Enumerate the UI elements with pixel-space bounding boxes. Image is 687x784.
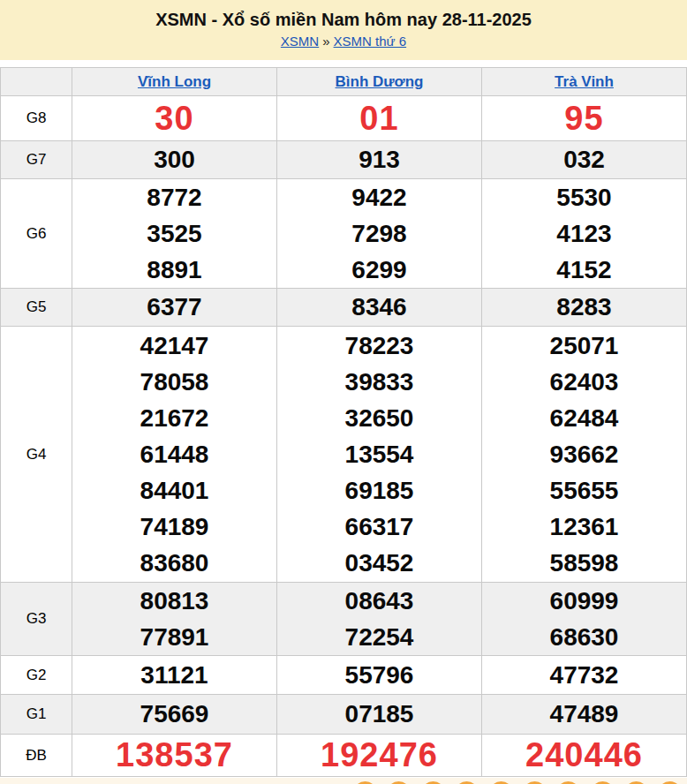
table-row-g2: G2 31121 55796 47732 bbox=[1, 656, 687, 695]
result-g1-binh-duong: 07185 bbox=[277, 695, 482, 735]
prize-label-g4: G4 bbox=[1, 327, 72, 583]
result-db-tra-vinh: 240446 bbox=[482, 735, 687, 777]
breadcrumb: XSMN»XSMN thứ 6 bbox=[0, 31, 687, 52]
prize-label-g8: G8 bbox=[1, 96, 72, 141]
table-row-g3: G3 80813 77891 08643 72254 60999 68630 bbox=[1, 583, 687, 656]
table-row-g8: G8 30 01 95 bbox=[1, 96, 687, 141]
result-g7-tra-vinh: 032 bbox=[482, 141, 687, 179]
page-header: XSMN - Xổ số miền Nam hôm nay 28-11-2025… bbox=[0, 0, 687, 60]
province-link-vinh-long[interactable]: Vĩnh Long bbox=[138, 73, 211, 90]
result-g5-tra-vinh: 8283 bbox=[482, 289, 687, 327]
prize-label-g2: G2 bbox=[1, 656, 72, 695]
breadcrumb-separator: » bbox=[322, 34, 329, 49]
prize-label-g7: G7 bbox=[1, 141, 72, 179]
table-row-db: ĐB 138537 192476 240446 bbox=[1, 735, 687, 777]
lotto-ball-strip bbox=[0, 778, 687, 784]
result-g1-vinh-long: 75669 bbox=[72, 695, 277, 735]
result-g5-vinh-long: 6377 bbox=[72, 289, 277, 327]
table-row-g4: G4 42147 78058 21672 61448 84401 74189 8… bbox=[1, 327, 687, 583]
result-g4-tra-vinh: 25071 62403 62484 93662 55655 12361 5859… bbox=[482, 327, 687, 583]
prize-label-g3: G3 bbox=[1, 583, 72, 656]
province-link-binh-duong[interactable]: Bình Dương bbox=[336, 73, 424, 90]
result-db-vinh-long: 138537 bbox=[72, 735, 277, 777]
result-g3-binh-duong: 08643 72254 bbox=[277, 583, 482, 656]
result-g1-tra-vinh: 47489 bbox=[482, 695, 687, 735]
table-row-g6: G6 8772 3525 8891 9422 7298 6299 5530 41… bbox=[1, 179, 687, 289]
result-g3-tra-vinh: 60999 68630 bbox=[482, 583, 687, 656]
prize-label-db: ĐB bbox=[1, 735, 72, 777]
result-g6-tra-vinh: 5530 4123 4152 bbox=[482, 179, 687, 289]
result-g5-binh-duong: 8346 bbox=[277, 289, 482, 327]
result-g2-tra-vinh: 47732 bbox=[482, 656, 687, 695]
result-g7-binh-duong: 913 bbox=[277, 141, 482, 179]
prize-label-g1: G1 bbox=[1, 695, 72, 735]
table-row-g1: G1 75669 07185 47489 bbox=[1, 695, 687, 735]
province-header-vinh-long: Vĩnh Long bbox=[72, 68, 277, 96]
result-g3-vinh-long: 80813 77891 bbox=[72, 583, 277, 656]
table-row-g5: G5 6377 8346 8283 bbox=[1, 289, 687, 327]
province-header-binh-duong: Bình Dương bbox=[277, 68, 482, 96]
breadcrumb-link-xsmn[interactable]: XSMN bbox=[281, 34, 319, 49]
results-table: Vĩnh Long Bình Dương Trà Vinh G8 30 01 9… bbox=[0, 67, 687, 777]
table-row-g7: G7 300 913 032 bbox=[1, 141, 687, 179]
prize-label-g6: G6 bbox=[1, 179, 72, 289]
result-g2-vinh-long: 31121 bbox=[72, 656, 277, 695]
result-g8-binh-duong: 01 bbox=[277, 96, 482, 141]
result-g7-vinh-long: 300 bbox=[72, 141, 277, 179]
result-g4-vinh-long: 42147 78058 21672 61448 84401 74189 8368… bbox=[72, 327, 277, 583]
result-g6-binh-duong: 9422 7298 6299 bbox=[277, 179, 482, 289]
province-link-tra-vinh[interactable]: Trà Vinh bbox=[555, 73, 614, 90]
result-g2-binh-duong: 55796 bbox=[277, 656, 482, 695]
result-g8-tra-vinh: 95 bbox=[482, 96, 687, 141]
breadcrumb-link-xsmn-thu-6[interactable]: XSMN thứ 6 bbox=[334, 34, 407, 49]
result-g8-vinh-long: 30 bbox=[72, 96, 277, 141]
result-g4-binh-duong: 78223 39833 32650 13554 69185 66317 0345… bbox=[277, 327, 482, 583]
page-title: XSMN - Xổ số miền Nam hôm nay 28-11-2025 bbox=[0, 8, 687, 31]
table-header-row: Vĩnh Long Bình Dương Trà Vinh bbox=[1, 68, 687, 96]
result-g6-vinh-long: 8772 3525 8891 bbox=[72, 179, 277, 289]
prize-label-g5: G5 bbox=[1, 289, 72, 327]
prize-column-header bbox=[1, 68, 72, 96]
result-db-binh-duong: 192476 bbox=[277, 735, 482, 777]
province-header-tra-vinh: Trà Vinh bbox=[482, 68, 687, 96]
